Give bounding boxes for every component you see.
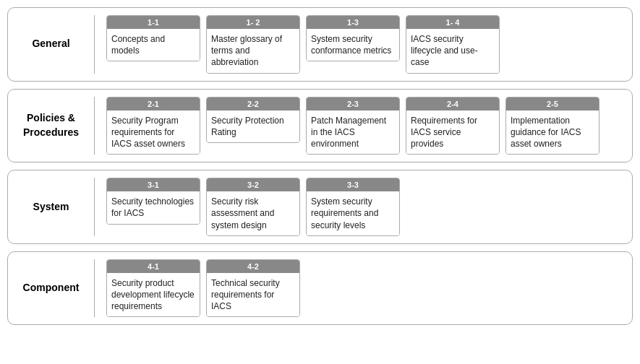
card-body-0-3: IACS security lifecycle and use-case — [406, 29, 499, 73]
card-body-3-1: Technical security requirements for IACS — [207, 273, 299, 317]
card-1-0: 2-1Security Program requirements for IAC… — [106, 97, 200, 155]
card-body-0-1: Master glossary of terms and abbreviatio… — [207, 29, 299, 73]
card-header-3-1: 4-2 — [207, 260, 299, 273]
row-label-1: Policies & Procedures — [15, 97, 95, 155]
card-body-1-1: Security Protection Rating — [207, 110, 299, 142]
card-body-0-2: System security conformance metrics — [307, 29, 399, 61]
row-3: Component4-1Security product development… — [7, 251, 633, 326]
card-header-2-2: 3-3 — [307, 178, 399, 191]
card-body-1-0: Security Program requirements for IACS a… — [107, 110, 200, 155]
card-header-0-2: 1-3 — [307, 16, 399, 29]
row-label-2: System — [15, 178, 95, 236]
card-header-3-0: 4-1 — [107, 260, 200, 273]
card-0-1: 1- 2Master glossary of terms and abbrevi… — [206, 15, 300, 74]
card-body-0-0: Concepts and models — [107, 29, 200, 61]
card-1-2: 2-3Patch Management in the IACS environm… — [306, 97, 400, 155]
cards-container-2: 3-1Security technologies for IACS3-2Secu… — [101, 178, 400, 236]
card-1-3: 2-4Requirements for IACS service provide… — [406, 97, 500, 155]
card-header-1-0: 2-1 — [107, 98, 200, 110]
card-header-0-0: 1-1 — [107, 16, 200, 29]
main-grid: General1-1Concepts and models1- 2Master … — [7, 7, 633, 325]
card-0-2: 1-3System security conformance metrics — [306, 15, 400, 61]
row-2: System3-1Security technologies for IACS3… — [7, 170, 633, 244]
card-2-2: 3-3System security requirements and secu… — [306, 178, 400, 236]
card-1-1: 2-2Security Protection Rating — [206, 97, 300, 143]
card-header-1-1: 2-2 — [207, 98, 299, 110]
card-header-0-1: 1- 2 — [207, 16, 299, 29]
card-header-0-3: 1- 4 — [406, 16, 499, 29]
card-body-2-0: Security technologies for IACS — [107, 191, 200, 223]
card-body-2-2: System security requirements and securit… — [307, 191, 399, 235]
row-label-3: Component — [15, 259, 95, 318]
card-header-2-0: 3-1 — [107, 178, 200, 191]
card-0-3: 1- 4IACS security lifecycle and use-case — [406, 15, 500, 74]
card-body-1-4: Implementation guidance for IACS asset o… — [506, 110, 599, 155]
card-2-0: 3-1Security technologies for IACS — [106, 178, 200, 224]
row-1: Policies & Procedures2-1Security Program… — [7, 89, 633, 163]
card-2-1: 3-2Security risk assessment and system d… — [206, 178, 300, 236]
cards-container-1: 2-1Security Program requirements for IAC… — [101, 97, 600, 155]
row-label-0: General — [15, 15, 95, 74]
card-body-1-3: Requirements for IACS service provides — [406, 110, 499, 155]
card-header-1-3: 2-4 — [406, 98, 499, 110]
card-body-1-2: Patch Management in the IACS environment — [307, 110, 399, 155]
card-header-1-4: 2-5 — [506, 98, 599, 110]
card-3-1: 4-2Technical security requirements for I… — [206, 259, 300, 318]
card-body-3-0: Security product development lifecycle r… — [107, 273, 200, 317]
card-1-4: 2-5Implementation guidance for IACS asse… — [505, 97, 600, 155]
card-body-2-1: Security risk assessment and system desi… — [207, 191, 299, 235]
card-header-1-2: 2-3 — [307, 98, 399, 110]
row-0: General1-1Concepts and models1- 2Master … — [7, 7, 633, 82]
card-3-0: 4-1Security product development lifecycl… — [106, 259, 200, 318]
cards-container-3: 4-1Security product development lifecycl… — [101, 259, 300, 318]
card-header-2-1: 3-2 — [207, 178, 299, 191]
cards-container-0: 1-1Concepts and models1- 2Master glossar… — [101, 15, 500, 74]
card-0-0: 1-1Concepts and models — [106, 15, 200, 61]
